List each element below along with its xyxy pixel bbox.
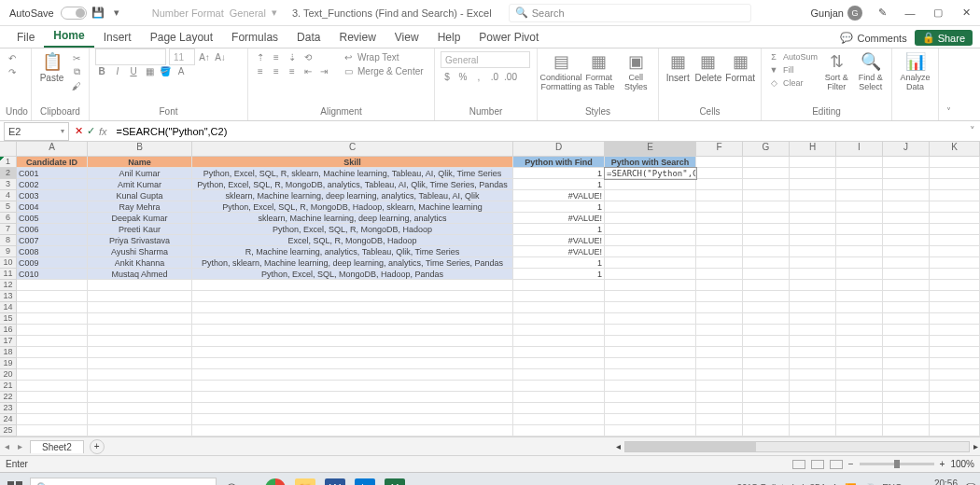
cell[interactable] [883, 414, 930, 425]
cell[interactable] [513, 425, 605, 436]
format-painter-icon[interactable]: 🖌 [70, 79, 83, 92]
taskbar-search[interactable]: 🔍Type here to search [30, 478, 217, 486]
format-cells-button[interactable]: ▦Format [725, 51, 755, 83]
clear-button[interactable]: ◇Clear [767, 77, 818, 89]
fill-color-icon[interactable]: 🪣 [159, 64, 172, 77]
cell-python-find[interactable]: 1 [513, 269, 605, 280]
cell[interactable] [836, 381, 883, 392]
align-bot-icon[interactable]: ⇣ [286, 50, 299, 63]
cell-name[interactable]: Priya Srivastava [88, 235, 192, 246]
row-header[interactable]: 22 [0, 392, 17, 403]
cell[interactable] [192, 291, 513, 302]
cell[interactable] [836, 257, 883, 269]
cell[interactable] [17, 369, 88, 381]
cell[interactable] [696, 392, 743, 403]
cell[interactable] [88, 325, 192, 336]
cell[interactable] [696, 235, 743, 246]
cancel-icon[interactable]: ✕ [75, 125, 83, 137]
cell[interactable] [192, 414, 513, 425]
chrome-icon[interactable] [265, 478, 286, 486]
cell[interactable] [696, 190, 743, 201]
cell[interactable] [836, 235, 883, 246]
page-layout-view-icon[interactable] [811, 460, 824, 469]
cell[interactable] [88, 403, 192, 414]
cell[interactable] [836, 325, 883, 336]
cell[interactable] [17, 347, 88, 358]
column-header-J[interactable]: J [883, 142, 930, 156]
cell[interactable] [605, 325, 696, 336]
row-header[interactable]: 2 [0, 168, 17, 179]
cell[interactable] [696, 403, 743, 414]
cell[interactable] [790, 280, 836, 291]
cell[interactable] [605, 403, 696, 414]
cell[interactable] [836, 168, 883, 179]
cell-name[interactable]: Ayushi Sharma [88, 246, 192, 257]
analyze-data-button[interactable]: 📊Analyze Data [898, 51, 932, 91]
cell[interactable] [192, 425, 513, 436]
active-cell[interactable]: =SEARCH("Python",C2) [605, 168, 696, 179]
cell[interactable] [605, 213, 696, 224]
row-header[interactable]: 3 [0, 179, 17, 190]
cell-python-find[interactable]: #VALUE! [513, 213, 605, 224]
cell[interactable] [930, 414, 980, 425]
sheet-tab[interactable]: Sheet2 [30, 440, 84, 453]
cell[interactable] [17, 414, 88, 425]
worksheet-grid[interactable]: ABCDEFGHIJK 1Candidate IDNameSkillPython… [0, 142, 980, 436]
comments-button[interactable]: 💬Comments [840, 32, 906, 44]
cell[interactable] [930, 403, 980, 414]
cell[interactable] [883, 325, 930, 336]
redo-icon[interactable]: ↷ [6, 65, 19, 78]
comma-icon[interactable]: , [472, 70, 485, 83]
increase-font-icon[interactable]: A↑ [198, 50, 211, 63]
cell[interactable] [883, 269, 930, 280]
cell-name[interactable]: Ankit Khanna [88, 257, 192, 269]
new-sheet-button[interactable]: + [90, 439, 105, 454]
hscroll-left-icon[interactable]: ◂ [616, 441, 621, 451]
cell[interactable] [790, 190, 836, 201]
cell[interactable] [836, 392, 883, 403]
column-header-H[interactable]: H [790, 142, 836, 156]
cell-python-find[interactable]: #VALUE! [513, 235, 605, 246]
cell[interactable] [513, 336, 605, 347]
cell[interactable] [836, 157, 883, 168]
delete-cells-button[interactable]: ▦Delete [694, 51, 721, 83]
cell[interactable] [605, 235, 696, 246]
align-center-icon[interactable]: ≡ [270, 64, 283, 77]
cell[interactable] [192, 392, 513, 403]
start-button[interactable] [4, 478, 26, 486]
cell[interactable] [836, 369, 883, 381]
cell[interactable] [696, 369, 743, 381]
cell[interactable] [696, 425, 743, 436]
column-header-D[interactable]: D [513, 142, 605, 156]
formula-input[interactable] [113, 122, 965, 141]
cell-candidate-id[interactable]: C007 [17, 235, 88, 246]
tab-help[interactable]: Help [428, 27, 470, 48]
autosave-toggle[interactable] [61, 7, 87, 20]
percent-icon[interactable]: % [456, 70, 469, 83]
undo-icon[interactable]: ↶ [6, 51, 19, 64]
cell[interactable] [513, 280, 605, 291]
cell[interactable] [88, 392, 192, 403]
cell[interactable] [883, 179, 930, 190]
row-header[interactable]: 15 [0, 313, 17, 325]
cell[interactable] [88, 336, 192, 347]
cell[interactable] [17, 280, 88, 291]
cell[interactable] [836, 336, 883, 347]
cell[interactable] [836, 313, 883, 325]
copy-icon[interactable]: ⧉ [70, 65, 83, 78]
cell-candidate-id[interactable]: C006 [17, 224, 88, 235]
align-top-icon[interactable]: ⇡ [254, 50, 267, 63]
cell[interactable] [883, 213, 930, 224]
cell[interactable] [930, 336, 980, 347]
mode-switch-icon[interactable]: ✎ [874, 5, 890, 21]
number-format-dropdown[interactable]: General [441, 51, 530, 68]
header-python-search[interactable]: Python with Search [605, 157, 696, 168]
cell[interactable] [930, 190, 980, 201]
cell[interactable] [930, 381, 980, 392]
normal-view-icon[interactable] [792, 460, 805, 469]
select-all-corner[interactable] [0, 142, 17, 156]
cell[interactable] [743, 403, 790, 414]
cell[interactable] [513, 414, 605, 425]
cell[interactable] [883, 224, 930, 235]
column-header-E[interactable]: E [605, 142, 696, 156]
